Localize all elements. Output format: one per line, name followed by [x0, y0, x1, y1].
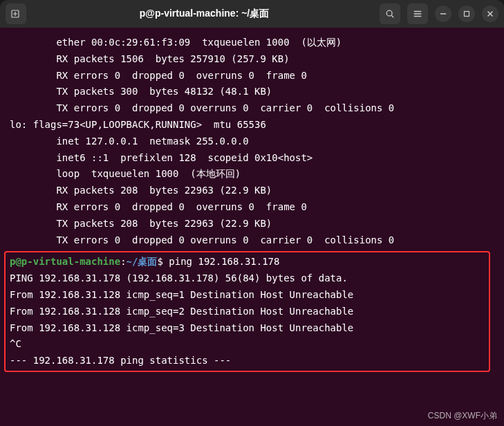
highlighted-region: p@p-virtual-machine:~/桌面$ ping 192.168.3…: [4, 251, 490, 372]
output-line: TX errors 0 dropped 0 overruns 0 carrier…: [10, 100, 494, 117]
output-line: loop txqueuelen 1000 (本地环回): [10, 166, 494, 183]
output-line: lo: flags=73<UP,LOOPBACK,RUNNING> mtu 65…: [10, 117, 494, 133]
new-tab-button[interactable]: [6, 3, 26, 24]
output-line: TX errors 0 dropped 0 overruns 0 carrier…: [10, 232, 494, 249]
output-line: From 192.168.31.128 icmp_seq=1 Destinati…: [10, 287, 485, 304]
command-text: ping 192.168.31.178: [163, 256, 280, 267]
output-line: PING 192.168.31.178 (192.168.31.178) 56(…: [10, 270, 485, 287]
titlebar: p@p-virtual-machine: ~/桌面: [0, 0, 504, 28]
titlebar-left: [6, 3, 29, 24]
prompt-dollar: $: [157, 256, 162, 267]
output-line: From 192.168.31.128 icmp_seq=3 Destinati…: [10, 320, 485, 337]
menu-button[interactable]: [407, 3, 428, 24]
output-line: TX packets 208 bytes 22963 (22.9 KB): [10, 216, 494, 232]
output-line: ^C: [10, 336, 485, 353]
prompt-user: p@p-virtual-machine: [10, 256, 120, 267]
terminal-body[interactable]: ether 00:0c:29:61:f3:09 txqueuelen 1000 …: [0, 28, 504, 426]
output-line: inet 127.0.0.1 netmask 255.0.0.0: [10, 133, 494, 150]
maximize-button[interactable]: [458, 6, 475, 22]
output-line: --- 192.168.31.178 ping statistics ---: [10, 353, 485, 369]
window-title: p@p-virtual-machine: ~/桌面: [29, 8, 380, 20]
output-line: inet6 ::1 prefixlen 128 scopeid 0x10<hos…: [10, 150, 494, 167]
close-button[interactable]: [482, 6, 498, 22]
svg-point-1: [386, 10, 392, 16]
svg-rect-2: [465, 12, 469, 17]
prompt-line: p@p-virtual-machine:~/桌面$ ping 192.168.3…: [10, 254, 485, 270]
minimize-button[interactable]: [435, 6, 451, 22]
output-line: RX errors 0 dropped 0 overruns 0 frame 0: [10, 68, 494, 84]
output-line: RX packets 208 bytes 22963 (22.9 KB): [10, 183, 494, 199]
output-line: ether 00:0c:29:61:f3:09 txqueuelen 1000 …: [10, 35, 494, 51]
output-line: RX packets 1506 bytes 257910 (257.9 KB): [10, 51, 494, 68]
watermark: CSDN @XWF小弟: [428, 410, 497, 422]
titlebar-right: [380, 3, 498, 24]
output-line: TX packets 300 bytes 48132 (48.1 KB): [10, 84, 494, 100]
prompt-colon: :: [120, 256, 126, 267]
output-line: From 192.168.31.128 icmp_seq=2 Destinati…: [10, 304, 485, 320]
search-button[interactable]: [380, 3, 400, 24]
output-line: RX errors 0 dropped 0 overruns 0 frame 0: [10, 199, 494, 216]
prompt-path: ~/桌面: [127, 256, 158, 267]
